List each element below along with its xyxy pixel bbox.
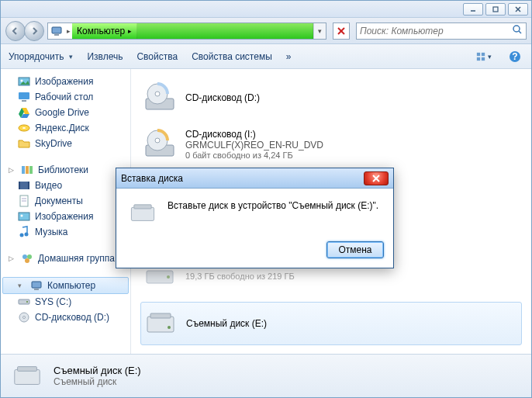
svg-rect-23 <box>26 166 29 174</box>
sidebar-item-skydrive[interactable]: SkyDrive <box>2 136 129 151</box>
sidebar-item-video[interactable]: Видео <box>2 178 129 193</box>
address-dropdown[interactable]: ▾ <box>313 23 326 39</box>
removable-drive-icon <box>12 361 43 392</box>
drive-label: Съемный диск (E:) <box>186 318 267 329</box>
ydisk-icon <box>18 122 30 134</box>
hdd-icon <box>18 296 30 308</box>
gdrive-icon <box>18 106 30 119</box>
cd-drive-icon <box>143 81 176 114</box>
svg-point-32 <box>21 215 23 217</box>
svg-point-34 <box>25 233 29 237</box>
sidebar-item-desktop[interactable]: Рабочий стол <box>2 89 129 105</box>
sidebar-item-gdrive[interactable]: Google Drive <box>2 105 129 120</box>
removable-drive-icon <box>129 199 157 227</box>
sidebar-item-pictures[interactable]: Изображения <box>2 209 129 224</box>
drive-volume: GRMCULF(X)REO_EN-RU_DVD <box>185 140 323 151</box>
libraries-group: ▷Библиотеки Видео Документы Изображения … <box>2 162 129 240</box>
sidebar-drive-d[interactable]: CD-дисковод (D:) <box>2 310 129 325</box>
breadcrumb-progress <box>137 23 313 39</box>
desktop-icon <box>18 91 30 103</box>
cd-icon <box>18 311 30 324</box>
breadcrumb-computer[interactable]: Компьютер▸ <box>72 23 137 39</box>
search-box[interactable] <box>356 22 527 40</box>
window-titlebar <box>1 1 531 18</box>
drive-item-i[interactable]: CD-дисковод (I:) GRMCULF(X)REO_EN-RU_DVD… <box>140 123 522 165</box>
search-icon[interactable] <box>512 24 523 37</box>
svg-rect-59 <box>131 207 154 220</box>
close-button[interactable] <box>508 3 528 16</box>
organize-menu[interactable]: Упорядочить <box>9 51 73 62</box>
sidebar-drive-c[interactable]: SYS (C:) <box>2 294 129 310</box>
status-title: Съемный диск (E:) <box>54 365 141 376</box>
svg-rect-55 <box>15 369 40 384</box>
view-button[interactable] <box>475 48 492 65</box>
drive-space: 19,3 ГБ свободно из 219 ГБ <box>185 272 295 281</box>
system-properties-button[interactable]: Свойства системы <box>192 51 272 62</box>
video-icon <box>18 179 30 192</box>
dialog-close-button[interactable] <box>364 171 389 185</box>
svg-point-21 <box>22 127 26 129</box>
drive-label: CD-дисковод (D:) <box>185 92 260 103</box>
address-bar[interactable]: ▸ Компьютер▸ ▾ <box>47 22 326 40</box>
explorer-window: ▸ Компьютер▸ ▾ Упорядочить Извлечь Свойс… <box>0 0 532 398</box>
sidebar-computer[interactable]: ▾Компьютер <box>2 277 129 294</box>
svg-rect-38 <box>32 282 41 288</box>
toolbar: Упорядочить Извлечь Свойства Свойства си… <box>1 44 531 69</box>
removable-drive-icon <box>144 307 177 340</box>
search-input[interactable] <box>360 26 512 36</box>
status-bar: Съемный диск (E:) Съемный диск <box>1 354 531 397</box>
expand-icon: ▷ <box>9 254 16 262</box>
svg-point-35 <box>22 254 27 259</box>
svg-text:?: ? <box>512 51 517 62</box>
toolbar-overflow[interactable]: » <box>286 51 292 62</box>
back-button[interactable] <box>5 21 26 41</box>
svg-rect-19 <box>22 100 26 102</box>
homegroup-icon <box>21 252 33 265</box>
forward-button[interactable] <box>24 21 44 41</box>
minimize-button[interactable] <box>463 3 483 16</box>
sidebar-item-images[interactable]: Изображения <box>2 74 129 89</box>
sidebar-libraries-header[interactable]: ▷Библиотеки <box>2 162 129 178</box>
image-icon <box>18 75 30 88</box>
drive-label: CD-дисковод (I:) <box>185 129 323 140</box>
drive-space: 0 байт свободно из 4,24 ГБ <box>185 151 323 160</box>
svg-rect-18 <box>19 92 29 99</box>
sidebar-item-documents[interactable]: Документы <box>2 193 129 209</box>
dialog-body: Вставьте диск в устройство "Съемный диск… <box>116 189 393 235</box>
computer-group: ▾Компьютер SYS (C:) CD-дисковод (D:) <box>2 277 129 325</box>
svg-rect-22 <box>22 166 25 174</box>
homegroup-group: ▷Домашняя группа <box>2 251 129 266</box>
nav-buttons <box>5 21 44 41</box>
maximize-button[interactable] <box>485 3 506 16</box>
image-icon <box>18 210 30 223</box>
dialog-titlebar[interactable]: Вставка диска <box>116 168 393 189</box>
svg-rect-10 <box>477 52 480 55</box>
svg-point-54 <box>168 326 171 329</box>
status-type: Съемный диск <box>54 376 141 387</box>
sidebar-item-music[interactable]: Музыка <box>2 224 129 240</box>
sidebar-item-ydisk[interactable]: Яндекс.Диск <box>2 120 129 136</box>
properties-button[interactable]: Свойства <box>136 51 178 62</box>
drive-item-e[interactable]: Съемный диск (E:) <box>140 302 522 345</box>
dialog-title: Вставка диска <box>121 173 183 184</box>
svg-rect-27 <box>28 182 29 189</box>
expand-icon: ▷ <box>9 166 16 174</box>
favorites-group: Изображения Рабочий стол Google Drive Ян… <box>2 74 129 151</box>
svg-point-33 <box>20 234 24 237</box>
breadcrumb-chevron: ▸ <box>65 27 72 35</box>
help-button[interactable]: ? <box>506 48 523 65</box>
svg-rect-24 <box>29 166 33 174</box>
address-stop-button[interactable] <box>333 22 350 40</box>
libraries-icon <box>21 164 33 176</box>
sidebar-homegroup[interactable]: ▷Домашняя группа <box>2 251 129 266</box>
dialog-buttons: Отмена <box>116 235 393 268</box>
insert-disk-dialog: Вставка диска Вставьте диск в устройство… <box>116 168 394 268</box>
cancel-button[interactable]: Отмена <box>326 241 384 258</box>
eject-button[interactable]: Извлечь <box>87 51 123 62</box>
drive-item-d[interactable]: CD-дисковод (D:) <box>140 77 522 119</box>
computer-icon <box>30 279 43 292</box>
folder-icon <box>18 137 30 150</box>
svg-rect-5 <box>54 34 59 36</box>
svg-point-51 <box>167 275 170 279</box>
svg-rect-60 <box>134 205 151 209</box>
